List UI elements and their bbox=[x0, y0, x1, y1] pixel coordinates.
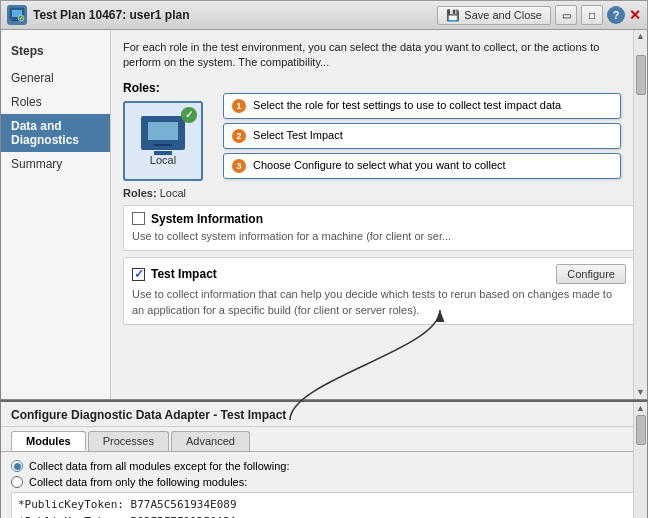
sidebar-item-data-diagnostics[interactable]: Data and Diagnostics bbox=[1, 114, 110, 152]
system-info-desc: Use to collect system information for a … bbox=[132, 229, 626, 244]
radio-exclude-button[interactable] bbox=[11, 460, 23, 472]
callout-3: 3 Choose Configure to select what you wa… bbox=[223, 153, 621, 179]
help-button[interactable]: ? bbox=[607, 6, 625, 24]
bottom-scrollbar[interactable]: ▲ ▼ bbox=[633, 402, 647, 518]
tab-processes[interactable]: Processes bbox=[88, 431, 169, 451]
tab-modules[interactable]: Modules bbox=[11, 431, 86, 451]
main-scrollbar[interactable]: ▲ ▼ bbox=[633, 30, 647, 399]
configure-button[interactable]: Configure bbox=[556, 264, 626, 284]
tab-advanced[interactable]: Advanced bbox=[171, 431, 250, 451]
main-window: Steps General Roles Data and Diagnostics… bbox=[0, 30, 648, 400]
radio-include-label: Collect data from only the following mod… bbox=[29, 476, 247, 488]
sidebar-title: Steps bbox=[1, 40, 110, 66]
window-title: Test Plan 10467: user1 plan bbox=[33, 8, 431, 22]
test-impact-desc: Use to collect information that can help… bbox=[132, 287, 626, 318]
test-impact-checkbox[interactable]: ✓ bbox=[132, 268, 145, 281]
roles-selected: Roles: Local bbox=[123, 187, 635, 199]
sidebar-item-summary[interactable]: Summary bbox=[1, 152, 110, 176]
bottom-panel: Configure Diagnostic Data Adapter - Test… bbox=[0, 400, 648, 518]
system-info-item: System Information Use to collect system… bbox=[123, 205, 635, 251]
bottom-content: Collect data from all modules except for… bbox=[1, 452, 647, 518]
token-1: *PublicKeyToken: B77A5C561934E089 bbox=[18, 497, 630, 514]
intro-text: For each role in the test environment, y… bbox=[123, 40, 635, 71]
svg-rect-9 bbox=[154, 144, 172, 146]
save-icon: 💾 bbox=[446, 9, 460, 22]
title-bar-actions: 💾 Save and Close ▭ □ ? ✕ bbox=[437, 5, 641, 25]
sidebar-item-general[interactable]: General bbox=[1, 66, 110, 90]
svg-rect-7 bbox=[148, 122, 178, 140]
callouts-container: 1 Select the role for test settings to u… bbox=[223, 93, 621, 183]
radio-include-button[interactable] bbox=[11, 476, 23, 488]
callout-number-3: 3 bbox=[232, 159, 246, 173]
test-impact-item: ✓ Test Impact Configure Use to collect i… bbox=[123, 257, 635, 325]
callout-number-1: 1 bbox=[232, 99, 246, 113]
callout-text-1: Select the role for test settings to use… bbox=[253, 99, 561, 111]
sidebar: Steps General Roles Data and Diagnostics… bbox=[1, 30, 111, 399]
role-checkmark: ✓ bbox=[181, 107, 197, 123]
callout-number-2: 2 bbox=[232, 129, 246, 143]
token-box: *PublicKeyToken: B77A5C561934E089 *Publi… bbox=[11, 492, 637, 518]
maximize-button[interactable]: □ bbox=[581, 5, 603, 25]
roles-area: ✓ Local 1 Select the role for test setti… bbox=[123, 101, 635, 181]
system-info-header: System Information bbox=[132, 212, 626, 226]
save-close-button[interactable]: 💾 Save and Close bbox=[437, 6, 551, 25]
callout-text-2: Select Test Impact bbox=[253, 129, 343, 141]
svg-text:✓: ✓ bbox=[19, 15, 23, 21]
title-bar: ✓ Test Plan 10467: user1 plan 💾 Save and… bbox=[0, 0, 648, 30]
callout-text-3: Choose Configure to select what you want… bbox=[253, 159, 506, 171]
system-info-label: System Information bbox=[151, 212, 263, 226]
role-name: Local bbox=[150, 154, 176, 166]
test-impact-label: Test Impact bbox=[151, 267, 217, 281]
scroll-thumb[interactable] bbox=[636, 55, 646, 95]
radio-exclude-label: Collect data from all modules except for… bbox=[29, 460, 289, 472]
app-icon: ✓ bbox=[7, 5, 27, 25]
test-impact-header: ✓ Test Impact Configure bbox=[132, 264, 626, 284]
radio-exclude: Collect data from all modules except for… bbox=[11, 460, 637, 472]
role-local-icon[interactable]: ✓ Local bbox=[123, 101, 203, 181]
radio-include: Collect data from only the following mod… bbox=[11, 476, 637, 488]
monitor-icon bbox=[141, 116, 185, 150]
callout-1: 1 Select the role for test settings to u… bbox=[223, 93, 621, 119]
callout-2: 2 Select Test Impact bbox=[223, 123, 621, 149]
bottom-panel-title: Configure Diagnostic Data Adapter - Test… bbox=[1, 402, 647, 427]
tabs-row: Modules Processes Advanced bbox=[1, 427, 647, 452]
token-2: *PublicKeyToken: B03F5F7F11D50A3A bbox=[18, 514, 630, 519]
content-area: For each role in the test environment, y… bbox=[111, 30, 647, 399]
minimize-button[interactable]: ▭ bbox=[555, 5, 577, 25]
system-info-checkbox[interactable] bbox=[132, 212, 145, 225]
sidebar-item-roles[interactable]: Roles bbox=[1, 90, 110, 114]
close-button[interactable]: ✕ bbox=[629, 7, 641, 23]
bottom-scroll-thumb[interactable] bbox=[636, 415, 646, 445]
